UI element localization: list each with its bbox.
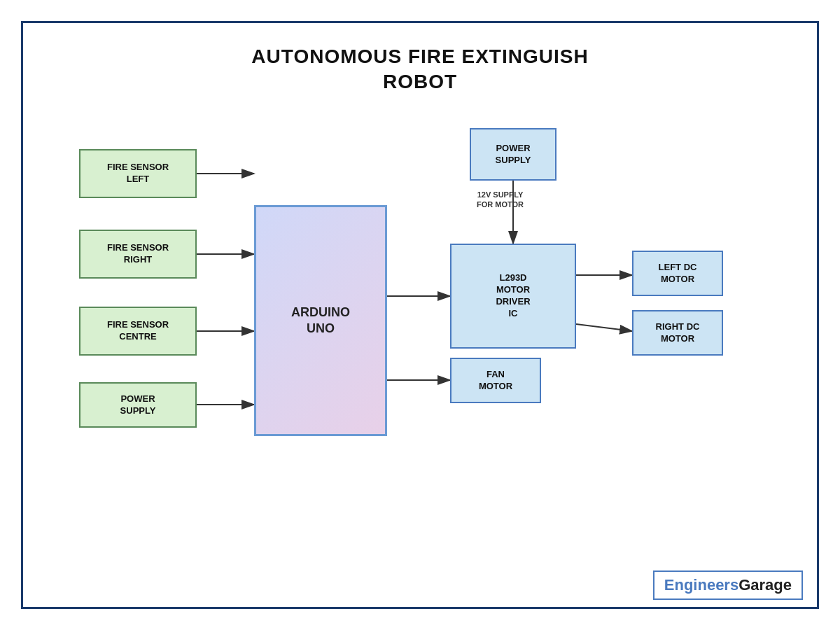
fire-sensor-right-block: FIRE SENSOR RIGHT <box>79 230 197 279</box>
l293d-block: L293D MOTOR DRIVER IC <box>450 244 576 349</box>
engineers-garage-logo: EngineersGarage <box>653 570 803 600</box>
svg-line-9 <box>576 324 632 331</box>
right-dc-motor-block: RIGHT DC MOTOR <box>632 310 723 356</box>
supply-label: 12V SUPPLY FOR MOTOR <box>477 190 524 210</box>
arduino-uno-block: ARDUINO UNO <box>254 205 387 436</box>
left-dc-motor-block: LEFT DC MOTOR <box>632 251 723 296</box>
fire-sensor-left-block: FIRE SENSOR LEFT <box>79 149 197 198</box>
fan-motor-block: FAN MOTOR <box>450 358 541 403</box>
fire-sensor-centre-block: FIRE SENSOR CENTRE <box>79 307 197 356</box>
diagram-area: FIRE SENSOR LEFT FIRE SENSOR RIGHT FIRE … <box>23 107 817 565</box>
page-title: AUTONOMOUS FIRE EXTINGUISH ROBOT <box>23 23 817 95</box>
outer-border: AUTONOMOUS FIRE EXTINGUISH ROBOT <box>21 21 819 609</box>
power-supply-top-block: POWER SUPPLY <box>470 128 556 181</box>
power-supply-left-block: POWER SUPPLY <box>79 382 197 428</box>
